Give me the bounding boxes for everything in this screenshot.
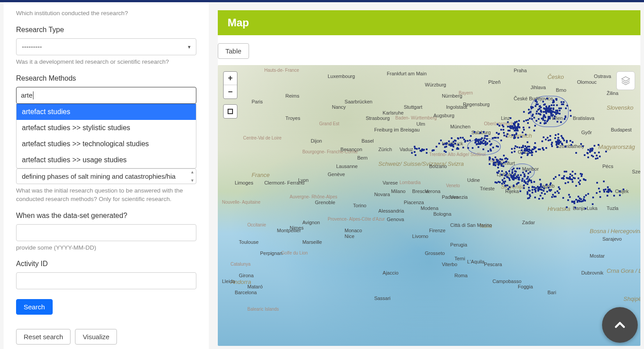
research-methods-label: Research Methods (16, 74, 196, 82)
svg-rect-0 (228, 109, 233, 114)
zoom-control: + − (223, 71, 237, 99)
research-question-textarea[interactable]: defining phases of salt mining and catas… (16, 168, 196, 184)
activity-id-group: Activity ID (16, 260, 196, 289)
search-button[interactable]: Search (16, 299, 53, 315)
map-canvas[interactable]: FranceSchweiz/ Suisse/Svizzera/ SvizraÖs… (218, 65, 640, 346)
activity-id-input[interactable] (16, 272, 196, 289)
fullscreen-icon (228, 109, 233, 114)
scroll-to-top-button[interactable] (602, 307, 638, 343)
research-type-group: Research Type --------- ▼ Was it a devel… (16, 26, 196, 66)
institution-help: Which institution conducted the research… (16, 9, 196, 18)
table-button[interactable]: Table (218, 43, 249, 59)
generation-date-input[interactable] (16, 224, 196, 241)
research-methods-dropdown: artefact studies artefact studies >> sty… (16, 104, 196, 168)
research-question-help: What was the initial research question t… (16, 187, 196, 204)
map-title: Map (218, 10, 640, 35)
chevron-up-icon (612, 317, 628, 333)
generation-date-label: When was the data-set generated? (16, 212, 196, 220)
reset-search-button[interactable]: Reset search (16, 329, 71, 345)
research-type-selected: --------- (22, 43, 42, 50)
dropdown-item[interactable]: artefact studies (17, 104, 196, 120)
map-pane: Map Table FranceSchweiz/ Suisse/Svizzera… (218, 2, 640, 349)
search-sidebar: Which institution conducted the research… (4, 2, 209, 349)
dropdown-item[interactable]: artefact studies >> usage studies (17, 152, 196, 168)
research-type-select[interactable]: --------- ▼ (16, 38, 196, 55)
layers-button[interactable] (616, 71, 635, 90)
zoom-in-button[interactable]: + (224, 72, 237, 85)
fullscreen-button[interactable] (223, 104, 237, 119)
research-type-label: Research Type (16, 26, 196, 34)
zoom-out-button[interactable]: − (224, 85, 237, 99)
chevron-down-icon: ▼ (187, 44, 191, 49)
activity-id-label: Activity ID (16, 260, 196, 268)
dropdown-item[interactable]: artefact studies >> stylistic studies (17, 120, 196, 136)
generation-date-group: When was the data-set generated? provide… (16, 212, 196, 252)
dropdown-item[interactable]: artefact studies >> technological studie… (17, 136, 196, 152)
caret-up-icon[interactable]: ▲ (191, 170, 195, 174)
research-methods-group: Research Methods arte artefact studies a… (16, 74, 196, 204)
research-methods-input[interactable]: arte (16, 87, 196, 104)
research-type-help: Was it a development led research or sci… (16, 58, 196, 66)
visualize-button[interactable]: Visualize (75, 329, 117, 345)
caret-down-icon[interactable]: ▼ (191, 178, 195, 183)
generation-date-help: provide some (YYYY-MM-DD) (16, 244, 196, 252)
layers-icon (620, 75, 631, 86)
